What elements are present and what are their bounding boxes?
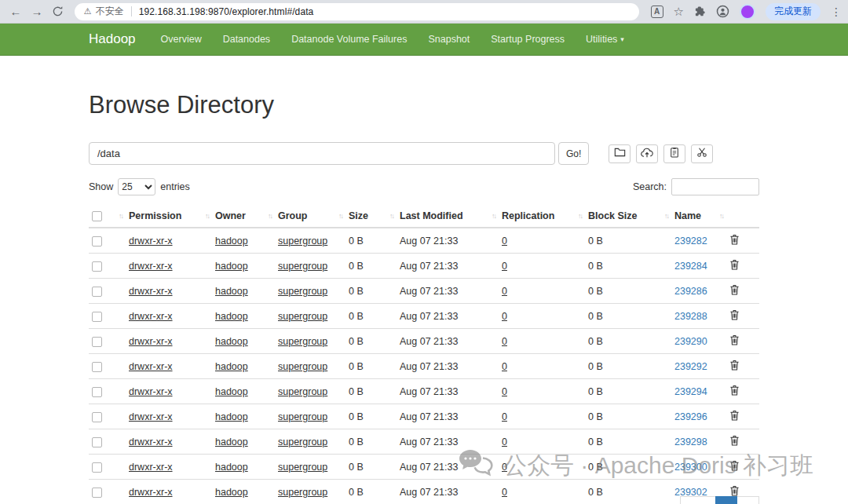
profile-icon[interactable] [716,5,729,18]
row-checkbox[interactable] [92,287,102,297]
replication-cell[interactable]: 0 [502,336,507,347]
owner-cell[interactable]: hadoop [215,436,248,447]
delete-icon[interactable] [729,385,740,398]
group-cell[interactable]: supergroup [278,261,327,272]
column-header[interactable]: Permission ↑↓ [126,205,212,228]
pagination-previous-button[interactable] [680,496,715,504]
replication-cell[interactable]: 0 [502,286,507,297]
delete-icon[interactable] [729,284,740,298]
group-cell[interactable]: supergroup [278,462,327,473]
select-all-checkbox[interactable] [92,211,102,221]
row-checkbox[interactable] [92,437,102,447]
owner-cell[interactable]: hadoop [215,286,248,297]
row-checkbox[interactable] [92,362,102,372]
row-checkbox[interactable] [92,488,102,498]
group-cell[interactable]: supergroup [278,336,327,347]
sort-icon[interactable]: ↑↓ [578,212,582,220]
sort-icon[interactable]: ↑↓ [719,212,723,220]
replication-cell[interactable]: 0 [502,411,507,422]
address-bar[interactable]: ⚠ 不安全 192.168.31.198:9870/explorer.html#… [75,3,639,20]
row-checkbox[interactable] [92,261,102,272]
navbar-item[interactable]: Snapshot [428,34,470,45]
extensions-icon[interactable] [694,5,706,17]
owner-cell[interactable]: hadoop [215,361,248,372]
column-header[interactable]: Size ↑↓ [345,205,397,228]
paste-button[interactable] [663,144,685,163]
sort-icon[interactable]: ↑↓ [664,212,668,220]
delete-icon[interactable] [729,410,740,423]
file-name-link[interactable]: 239298 [674,436,707,447]
delete-icon[interactable] [729,334,740,348]
row-checkbox[interactable] [92,387,102,397]
create-directory-button[interactable] [609,144,631,163]
group-cell[interactable]: supergroup [278,361,327,372]
file-name-link[interactable]: 239286 [674,286,707,297]
translate-icon[interactable]: A [651,5,663,18]
file-name-link[interactable]: 239300 [674,462,707,473]
permission-cell[interactable]: drwxr-xr-x [129,311,173,322]
navbar-item[interactable]: Utilities ▾ [586,34,624,45]
delete-icon[interactable] [729,234,740,247]
column-header[interactable]: Owner ↑↓ [212,205,275,228]
file-name-link[interactable]: 239284 [674,261,707,272]
delete-icon[interactable] [729,360,740,373]
file-name-link[interactable]: 239294 [674,386,707,397]
row-checkbox[interactable] [92,412,102,422]
owner-cell[interactable]: hadoop [215,336,248,347]
replication-cell[interactable]: 0 [502,361,507,372]
row-checkbox[interactable] [92,337,102,347]
permission-cell[interactable]: drwxr-xr-x [129,261,173,272]
delete-icon[interactable] [729,259,740,272]
replication-cell[interactable]: 0 [502,386,507,397]
permission-cell[interactable]: drwxr-xr-x [129,436,173,447]
permission-cell[interactable]: drwxr-xr-x [129,462,173,473]
directory-path-input[interactable] [89,142,555,165]
row-checkbox[interactable] [92,236,102,247]
column-header[interactable]: Group ↑↓ [275,205,345,228]
row-checkbox[interactable] [92,312,102,322]
file-name-link[interactable]: 239288 [674,311,707,322]
group-cell[interactable]: supergroup [278,487,327,498]
go-button[interactable]: Go! [558,142,589,165]
sort-icon[interactable]: ↑↓ [389,212,393,220]
delete-icon[interactable] [729,309,740,323]
delete-icon[interactable] [729,460,740,473]
group-cell[interactable]: supergroup [278,311,327,322]
browser-menu-icon[interactable]: ⋮ [831,5,842,18]
replication-cell[interactable]: 0 [502,462,507,473]
permission-cell[interactable]: drwxr-xr-x [129,236,173,247]
group-cell[interactable]: supergroup [278,286,327,297]
navbar-item[interactable]: Overview [161,34,202,45]
permission-cell[interactable]: drwxr-xr-x [129,411,173,422]
permission-cell[interactable]: drwxr-xr-x [129,361,173,372]
sort-icon[interactable]: ↑↓ [492,212,495,220]
column-header[interactable]: Last Modified ↑↓ [397,205,499,228]
permission-cell[interactable]: drwxr-xr-x [129,336,173,347]
row-checkbox[interactable] [92,462,102,473]
column-header[interactable]: Name ↑↓ [671,205,726,228]
delete-icon[interactable] [729,435,740,448]
file-name-link[interactable]: 239290 [674,336,707,347]
group-cell[interactable]: supergroup [278,411,327,422]
bookmark-star-icon[interactable]: ☆ [674,5,684,19]
replication-cell[interactable]: 0 [502,311,507,322]
owner-cell[interactable]: hadoop [215,236,248,247]
permission-cell[interactable]: drwxr-xr-x [129,386,173,397]
file-name-link[interactable]: 239296 [674,411,707,422]
group-cell[interactable]: supergroup [278,236,327,247]
search-input[interactable] [671,178,759,195]
owner-cell[interactable]: hadoop [215,411,248,422]
owner-cell[interactable]: hadoop [215,311,248,322]
file-name-link[interactable]: 239292 [674,361,707,372]
owner-cell[interactable]: hadoop [215,386,248,397]
permission-cell[interactable]: drwxr-xr-x [129,286,173,297]
account-avatar[interactable] [740,4,755,20]
permission-cell[interactable]: drwxr-xr-x [129,487,173,498]
sort-icon[interactable]: ↑↓ [268,212,272,220]
navbar-brand[interactable]: Hadoop [89,31,136,47]
replication-cell[interactable]: 0 [502,487,507,498]
security-status[interactable]: ⚠ 不安全 [84,5,124,18]
sort-icon[interactable]: ↑↓ [119,212,122,220]
column-header[interactable]: Block Size ↑↓ [585,205,671,228]
pagination-current-page[interactable] [715,496,737,504]
